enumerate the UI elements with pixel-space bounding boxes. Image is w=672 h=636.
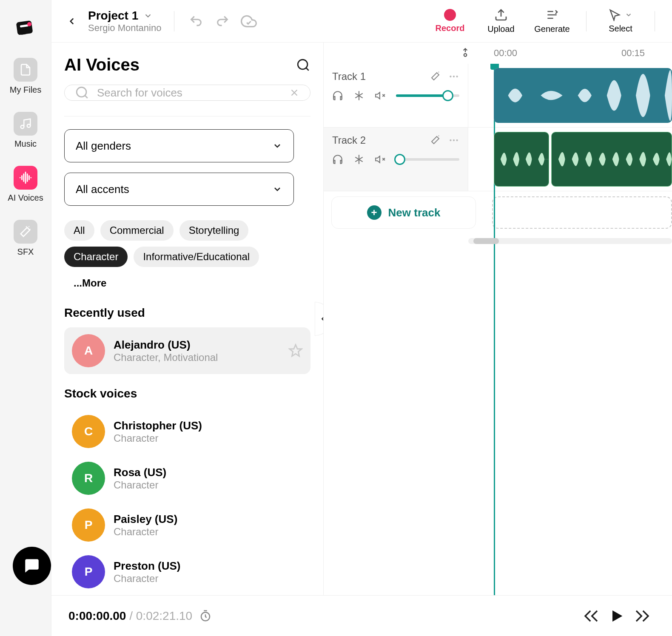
time-ruler[interactable]: 00:00 00:15 (324, 43, 672, 64)
redo-button[interactable] (214, 12, 231, 30)
favorite-button[interactable] (288, 344, 303, 358)
audio-clip[interactable] (494, 132, 549, 187)
voice-name: Christopher (US) (114, 419, 202, 432)
stopwatch-icon[interactable] (199, 610, 212, 622)
svg-point-3 (21, 125, 24, 129)
project-title[interactable]: Project 1 (88, 9, 138, 23)
nav-sfx[interactable]: SFX (14, 220, 37, 257)
back-button[interactable] (64, 14, 80, 29)
new-track-button[interactable]: + New track (331, 196, 476, 229)
voice-row[interactable]: C Christopher (US) Character (64, 408, 310, 455)
freeze-icon[interactable] (353, 90, 364, 101)
gender-filter-label: All genders (76, 139, 131, 153)
magic-icon[interactable] (430, 135, 441, 145)
more-icon[interactable] (448, 71, 459, 82)
voices-search-toggle[interactable] (296, 58, 310, 72)
nav-my-files-label: My Files (10, 85, 41, 95)
svg-point-5 (298, 60, 308, 69)
category-chip[interactable]: Commercial (100, 220, 174, 241)
drop-zone[interactable] (492, 196, 672, 229)
headphones-icon[interactable] (332, 90, 343, 101)
add-marker-button[interactable] (460, 48, 471, 59)
track-row: Track 1 (324, 64, 672, 128)
track-header[interactable]: Track 1 (324, 64, 468, 127)
voice-tags: Character (114, 573, 180, 585)
category-chip[interactable]: Storytelling (179, 220, 249, 241)
chat-icon (23, 557, 41, 575)
freeze-icon[interactable] (353, 154, 364, 165)
nav-ai-voices[interactable]: AI Voices (8, 166, 43, 203)
mute-icon[interactable] (375, 90, 386, 101)
record-button[interactable]: Record (429, 9, 471, 33)
timeline-scrollbar[interactable] (468, 238, 672, 244)
nav-my-files[interactable]: My Files (10, 58, 41, 95)
top-bar: Project 1 Sergio Montanino Record (51, 0, 672, 43)
headphones-icon[interactable] (332, 154, 343, 165)
chevron-down-icon[interactable] (625, 11, 632, 19)
select-label: Select (609, 24, 632, 34)
voice-row[interactable]: P Paisley (US) Character (64, 502, 310, 548)
cloud-sync-icon[interactable] (240, 12, 258, 30)
svg-point-13 (456, 139, 458, 141)
category-chip[interactable]: Character (64, 247, 128, 267)
stock-voices-title: Stock voices (64, 387, 310, 400)
nav-music[interactable]: Music (14, 112, 37, 149)
track-name[interactable]: Track 1 (332, 71, 366, 82)
select-tool-button[interactable]: Select (599, 9, 642, 34)
voice-row[interactable]: A Alejandro (US) Character, Motivational (64, 327, 310, 374)
category-chip[interactable]: Informative/Educational (134, 247, 259, 267)
timecode: 0:00:00.00 / 0:02:21.10 (68, 609, 192, 623)
chevron-down-icon[interactable] (143, 11, 153, 20)
volume-slider[interactable] (396, 94, 459, 97)
voice-row[interactable]: P Preston (US) Character (64, 548, 310, 595)
svg-point-6 (77, 87, 86, 97)
magic-icon[interactable] (430, 71, 441, 81)
search-icon (296, 58, 310, 72)
svg-point-9 (453, 76, 455, 77)
svg-point-11 (450, 139, 451, 141)
audio-clip[interactable] (551, 132, 672, 187)
voice-name: Alejandro (US) (114, 338, 218, 352)
new-track-label: New track (388, 206, 441, 219)
accent-filter-label: All accents (76, 183, 129, 196)
volume-slider[interactable] (396, 158, 459, 161)
more-chips-button[interactable]: ...More (64, 273, 116, 293)
music-icon (14, 112, 37, 136)
forward-button[interactable] (629, 603, 655, 629)
upload-label: Upload (487, 24, 514, 34)
undo-button[interactable] (187, 12, 205, 30)
voice-tags: Character (114, 526, 177, 538)
voice-row[interactable]: R Rosa (US) Character (64, 455, 310, 502)
help-chat-button[interactable] (13, 547, 51, 585)
record-icon (444, 9, 456, 21)
clear-icon[interactable] (289, 87, 300, 98)
track-name[interactable]: Track 2 (332, 134, 366, 146)
category-chip[interactable]: All (64, 220, 94, 241)
voice-tags: Character (114, 432, 202, 444)
track-row: Track 2 (324, 128, 672, 191)
svg-point-8 (450, 76, 451, 77)
voice-tags: Character (114, 479, 166, 491)
track-header[interactable]: Track 2 (324, 128, 468, 191)
upload-icon (494, 8, 508, 22)
play-button[interactable] (604, 603, 629, 629)
generate-button[interactable]: Generate (531, 8, 573, 34)
voice-name: Rosa (US) (114, 466, 166, 479)
accent-filter-select[interactable]: All accents (64, 173, 294, 206)
collapse-panel-button[interactable] (315, 302, 324, 336)
voice-avatar: A (72, 334, 105, 367)
gender-filter-select[interactable]: All genders (64, 129, 294, 162)
timeline-editor: 00:00 00:15 Track 1 (324, 43, 672, 595)
plus-icon: + (367, 205, 382, 220)
voice-name: Paisley (US) (114, 513, 177, 526)
svg-point-2 (27, 22, 31, 26)
voice-search-field[interactable] (64, 85, 310, 101)
mute-icon[interactable] (375, 154, 386, 165)
more-icon[interactable] (448, 135, 459, 146)
voice-avatar: C (72, 415, 105, 448)
timecode-total: 0:02:21.10 (136, 609, 192, 622)
upload-button[interactable]: Upload (480, 8, 522, 34)
rewind-button[interactable] (578, 603, 604, 629)
audio-clip[interactable] (494, 68, 672, 123)
voice-search-input[interactable] (97, 86, 281, 99)
